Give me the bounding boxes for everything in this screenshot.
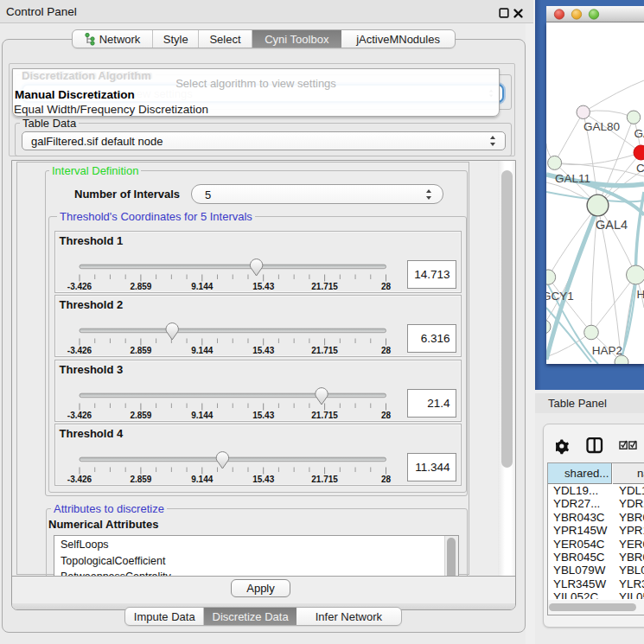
svg-text:28: 28 [381, 410, 392, 419]
svg-text:-3.426: -3.426 [67, 410, 92, 419]
svg-text:HAP2: HAP2 [592, 344, 622, 357]
svg-text:21.715: 21.715 [311, 475, 338, 484]
svg-text:9.144: 9.144 [191, 346, 213, 355]
svg-text:21.715: 21.715 [311, 410, 338, 419]
svg-text:2.859: 2.859 [130, 475, 151, 484]
svg-text:28: 28 [381, 346, 392, 355]
svg-text:GCY1: GCY1 [546, 290, 574, 303]
svg-text:28: 28 [381, 282, 392, 291]
svg-text:GAL11: GAL11 [555, 172, 590, 185]
svg-text:15.43: 15.43 [252, 410, 274, 419]
svg-text:15.43: 15.43 [252, 475, 274, 484]
svg-text:2.859: 2.859 [130, 282, 151, 291]
svg-text:28: 28 [381, 475, 392, 484]
svg-text:15.43: 15.43 [252, 346, 274, 355]
svg-text:2.859: 2.859 [130, 346, 151, 355]
svg-text:9.144: 9.144 [191, 282, 213, 291]
svg-text:2.859: 2.859 [130, 410, 151, 419]
svg-text:9.144: 9.144 [191, 475, 213, 484]
svg-text:21.715: 21.715 [311, 282, 338, 291]
svg-text:-3.426: -3.426 [67, 346, 92, 355]
svg-text:9.144: 9.144 [191, 410, 213, 419]
svg-text:GAL3: GAL3 [634, 127, 644, 140]
svg-text:GAL80: GAL80 [583, 120, 620, 133]
svg-text:21.715: 21.715 [311, 346, 338, 355]
svg-text:15.43: 15.43 [252, 282, 274, 291]
svg-text:HIS4: HIS4 [637, 288, 644, 301]
svg-text:-3.426: -3.426 [67, 475, 92, 484]
svg-text:GAL4: GAL4 [596, 218, 628, 232]
svg-text:-3.426: -3.426 [67, 282, 92, 291]
svg-text:CDC1: CDC1 [636, 162, 644, 175]
